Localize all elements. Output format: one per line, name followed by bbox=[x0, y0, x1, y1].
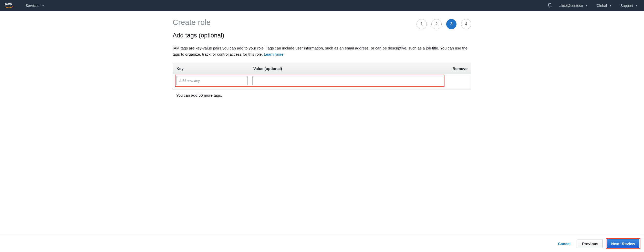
region-label: Global bbox=[597, 4, 607, 8]
description-text: IAM tags are key-value pairs you can add… bbox=[173, 45, 471, 57]
description-body: IAM tags are key-value pairs you can add… bbox=[173, 46, 468, 56]
step-4[interactable]: 4 bbox=[461, 19, 471, 29]
top-nav: aws Services ▼ alice@contoso ▼ Global ▼ … bbox=[0, 0, 644, 11]
highlight-annotation: Next: Review bbox=[606, 238, 640, 249]
tag-row bbox=[173, 74, 471, 89]
svg-text:aws: aws bbox=[5, 2, 12, 6]
tags-table: Key Value (optional) Remove bbox=[173, 63, 471, 89]
account-menu[interactable]: alice@contoso ▼ bbox=[558, 0, 589, 11]
tag-limit-hint: You can add 50 more tags. bbox=[176, 93, 471, 97]
tag-value-input[interactable] bbox=[252, 76, 443, 85]
cancel-button[interactable]: Cancel bbox=[554, 239, 575, 248]
tags-header-row: Key Value (optional) Remove bbox=[173, 63, 471, 74]
caret-down-icon: ▼ bbox=[42, 4, 44, 7]
region-menu[interactable]: Global ▼ bbox=[595, 0, 613, 11]
col-header-value: Value (optional) bbox=[253, 66, 444, 71]
step-3[interactable]: 3 bbox=[446, 19, 456, 29]
col-header-remove: Remove bbox=[444, 66, 468, 71]
aws-logo[interactable]: aws bbox=[5, 2, 17, 9]
wizard-steps: 1 2 3 4 bbox=[417, 19, 471, 29]
account-label: alice@contoso bbox=[559, 4, 583, 8]
tag-key-input[interactable] bbox=[176, 76, 248, 85]
page-subtitle: Add tags (optional) bbox=[173, 32, 224, 39]
caret-down-icon: ▼ bbox=[609, 4, 612, 7]
previous-button[interactable]: Previous bbox=[578, 239, 603, 248]
services-menu[interactable]: Services ▼ bbox=[24, 0, 46, 11]
support-label: Support bbox=[620, 4, 633, 8]
step-1[interactable]: 1 bbox=[417, 19, 427, 29]
learn-more-link[interactable]: Learn more bbox=[264, 52, 284, 56]
services-label: Services bbox=[26, 4, 39, 8]
page-title: Create role bbox=[173, 18, 224, 27]
notifications-icon[interactable] bbox=[547, 3, 552, 9]
col-header-key: Key bbox=[176, 66, 253, 71]
step-2[interactable]: 2 bbox=[431, 19, 442, 29]
caret-down-icon: ▼ bbox=[586, 4, 588, 7]
caret-down-icon: ▼ bbox=[636, 4, 638, 7]
wizard-footer: Cancel Previous Next: Review bbox=[0, 235, 644, 252]
next-review-button[interactable]: Next: Review bbox=[607, 239, 639, 248]
support-menu[interactable]: Support ▼ bbox=[619, 0, 639, 11]
